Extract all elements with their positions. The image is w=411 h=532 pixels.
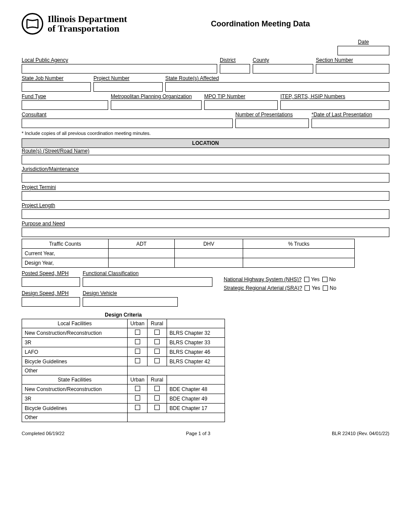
consultant-label: Consultant <box>22 112 233 118</box>
state-bike-urban-checkbox[interactable] <box>135 405 140 410</box>
length-label: Project Length <box>22 202 389 208</box>
routes-affected-input[interactable] <box>165 82 389 92</box>
traffic-current-dhv[interactable] <box>174 249 243 258</box>
local-3r-rural-checkbox[interactable] <box>154 339 160 344</box>
traffic-current-adt[interactable] <box>109 249 175 258</box>
itep-input[interactable] <box>280 100 389 110</box>
local-lafo-urban-checkbox[interactable] <box>135 349 140 354</box>
district-input[interactable] <box>220 64 250 74</box>
logo-text-line2: of Transportation <box>48 24 127 33</box>
nhs-label: National Highway System (NHS)? <box>224 276 302 282</box>
state-3r-urban-checkbox[interactable] <box>135 395 140 401</box>
nhs-no-checkbox[interactable] <box>322 277 328 282</box>
state-job-input[interactable] <box>22 82 91 92</box>
tip-input[interactable] <box>204 100 278 110</box>
urban-header: Urban <box>128 375 148 385</box>
form-header: Illinois Department of Transportation Co… <box>22 13 389 35</box>
func-class-label: Functional Classification <box>83 270 212 276</box>
no-label: No <box>329 276 336 282</box>
state-3r-rural-checkbox[interactable] <box>154 395 160 401</box>
section-input[interactable] <box>316 64 389 74</box>
sra-label: Strategic Regional Arterial (SRA)? <box>224 285 302 291</box>
fund-type-input[interactable] <box>22 100 108 110</box>
nhs-question: National Highway System (NHS)? Yes No <box>224 276 336 282</box>
design-state-table: State Facilities Urban Rural New Constru… <box>22 375 225 422</box>
location-section-header: LOCATION <box>22 138 389 148</box>
last-pres-input[interactable] <box>311 119 389 128</box>
traffic-counts-table: Traffic Counts ADT DHV % Trucks Current … <box>22 239 355 268</box>
design-speed-label: Design Speed, MPH <box>22 290 80 296</box>
traffic-design-adt[interactable] <box>109 258 175 268</box>
project-number-input[interactable] <box>93 82 163 92</box>
idot-logo <box>22 13 43 35</box>
table-row: 3RBDE Chapter 49 <box>22 394 225 404</box>
consultant-input[interactable] <box>22 119 233 128</box>
date-input[interactable] <box>337 46 389 55</box>
state-other-input[interactable] <box>128 413 225 422</box>
sra-yes-checkbox[interactable] <box>305 285 310 291</box>
func-class-input[interactable] <box>83 277 212 287</box>
local-bike-urban-checkbox[interactable] <box>135 358 140 363</box>
table-row: New Construction/ReconstructionBDE Chapt… <box>22 385 225 394</box>
lpa-label: Local Public Agency <box>22 57 217 63</box>
local-bike-rural-checkbox[interactable] <box>154 358 160 363</box>
completed-label: Completed <box>22 431 45 436</box>
yes-label: Yes <box>311 276 320 282</box>
state-newcon-rural-checkbox[interactable] <box>154 386 160 391</box>
traffic-design-dhv[interactable] <box>174 258 243 268</box>
design-speed-input[interactable] <box>22 297 80 307</box>
traffic-col-trucks: % Trucks <box>243 239 355 249</box>
route-label: Route(s) (Street/Road Name) <box>22 148 389 154</box>
nhs-yes-checkbox[interactable] <box>304 277 309 282</box>
purpose-input[interactable] <box>22 228 389 237</box>
table-row: Bicycle GuidelinesBDE Chapter 17 <box>22 404 225 413</box>
district-label: District <box>220 57 250 63</box>
section-label: Section Number <box>316 57 389 63</box>
purpose-label: Purpose and Need <box>22 221 389 227</box>
traffic-design-trucks[interactable] <box>243 258 355 268</box>
num-pres-input[interactable] <box>235 119 309 128</box>
table-row: Bicycle GuidelinesBLRS Chapter 42 <box>22 357 225 366</box>
state-bike-rural-checkbox[interactable] <box>154 405 160 410</box>
local-other-input[interactable] <box>128 366 225 375</box>
num-pres-label: Number of Presentations <box>235 112 309 118</box>
traffic-col-adt: ADT <box>109 239 175 249</box>
traffic-col-left: Traffic Counts <box>22 239 109 249</box>
route-input[interactable] <box>22 155 389 164</box>
yes-label: Yes <box>311 285 320 291</box>
page-number: Page 1 of 3 <box>186 431 210 436</box>
local-newcon-rural-checkbox[interactable] <box>154 330 160 335</box>
footer: Completed 06/19/22 Page 1 of 3 BLR 22410… <box>22 431 389 436</box>
project-number-label: Project Number <box>93 75 163 81</box>
design-local-table: Local Facilities Urban Rural New Constru… <box>22 319 225 375</box>
jurisdiction-input[interactable] <box>22 173 389 183</box>
sra-no-checkbox[interactable] <box>323 285 328 291</box>
county-label: County <box>253 57 313 63</box>
design-vehicle-label: Design Vehicle <box>83 290 178 296</box>
posted-speed-input[interactable] <box>22 277 80 287</box>
termini-input[interactable] <box>22 191 389 201</box>
lpa-input[interactable] <box>22 64 217 74</box>
previous-minutes-note: * Include copies of all previous coordin… <box>22 131 389 136</box>
chapter-header <box>167 319 225 328</box>
county-input[interactable] <box>253 64 313 74</box>
traffic-current-trucks[interactable] <box>243 249 355 258</box>
table-row: LAFOBLRS Chapter 46 <box>22 347 225 357</box>
local-lafo-rural-checkbox[interactable] <box>154 349 160 354</box>
no-label: No <box>330 285 336 291</box>
mpo-input[interactable] <box>111 100 202 110</box>
state-newcon-urban-checkbox[interactable] <box>135 386 140 391</box>
posted-speed-label: Posted Speed, MPH <box>22 270 80 276</box>
design-vehicle-input[interactable] <box>83 297 178 307</box>
local-3r-urban-checkbox[interactable] <box>135 339 140 344</box>
state-job-label: State Job Number <box>22 75 91 81</box>
length-input[interactable] <box>22 209 389 219</box>
sra-question: Strategic Regional Arterial (SRA)? Yes N… <box>224 285 336 291</box>
itep-label: ITEP, SRTS, HSIP Numbers <box>280 93 389 99</box>
design-criteria-title: Design Criteria <box>22 312 225 318</box>
date-label: Date <box>337 39 389 45</box>
fund-type-label: Fund Type <box>22 93 108 99</box>
table-row: Design Year, <box>22 258 355 268</box>
traffic-current-label: Current Year, <box>22 249 109 258</box>
local-newcon-urban-checkbox[interactable] <box>135 330 140 335</box>
